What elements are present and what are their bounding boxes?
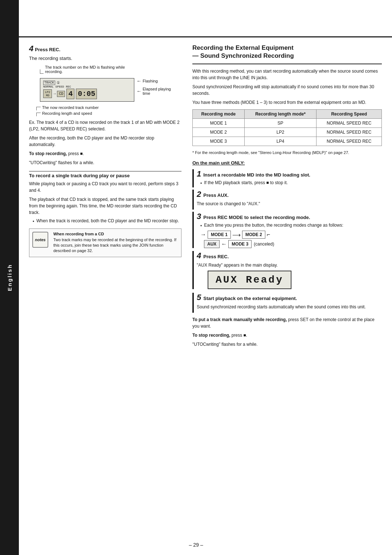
lcd-track-display: 4 <box>66 89 74 99</box>
step4-title: Press REC. <box>35 47 60 52</box>
on-main-unit: On the main unit ONLY: <box>192 159 382 167</box>
to-stop-right-bold: To stop recording, <box>192 333 230 338</box>
single-track-title: To record a single track during play or … <box>29 173 130 178</box>
annotation-rec-length: Recording length and speed <box>42 111 92 116</box>
step2-bar <box>192 190 194 210</box>
step4-number: 4 <box>29 44 33 53</box>
table-col2: Recording length mode* <box>244 110 317 119</box>
mode3-box: MODE 3 <box>228 240 252 248</box>
annotation-track-num: The now recorded track number <box>42 105 99 110</box>
aux-box: AUX <box>204 240 220 248</box>
table-row: MODE 3 LP4 NORMAL SPEED REC <box>193 137 382 146</box>
lcd-display: TRACK ① NORMAL SPEED REC LP2 MD → CD 4 <box>40 78 134 102</box>
intro-p3: You have three methods (MODE 1 – 3) to r… <box>192 99 382 106</box>
annotation-flashing-top: The track number on the MD is flashing w… <box>45 65 125 74</box>
step3-bold: Press REC MODE to select the recording m… <box>203 215 310 220</box>
lcd-md: MD <box>46 94 49 97</box>
utocwriting-text: "UTOCwriting" flashes for a while. <box>29 159 181 166</box>
table-cell-mode3: MODE 3 <box>193 137 245 146</box>
notes-box: notes When recording from a CD Two track… <box>29 228 181 257</box>
step5-block: 5 Start playback on the external equipme… <box>192 293 382 313</box>
annotation-elapsed: ← Elapsed playing time <box>136 87 171 96</box>
step4-right-bold: Press REC. <box>203 254 229 259</box>
main-content: 4 Press REC. The recording starts. The t… <box>19 37 392 555</box>
to-stop-right-text: To stop recording, press ■. <box>192 332 382 339</box>
to-stop-text: To stop recording, press ■. <box>29 150 181 157</box>
table-cell-mode2: MODE 2 <box>193 128 245 137</box>
single-track-bullet-item: • When the track is recorded, both the C… <box>29 218 181 224</box>
table-footnote: * For the recording length mode, see "St… <box>192 150 382 156</box>
to-put-bold: To put a track mark manually while recor… <box>192 317 287 322</box>
step1-number: 1 <box>197 169 201 179</box>
step3-block: 3 Press REC MODE to select the recording… <box>192 212 382 248</box>
table-row: MODE 1 SP NORMAL SPEED REC <box>193 119 382 128</box>
mode-diagram: → MODE 1 ⟶ MODE 2 ⌐ AUX ← MODE 3 (cancel… <box>200 231 343 248</box>
page-number: – 29 – <box>189 542 203 548</box>
single-track-p1: While playing back or pausing a CD track… <box>29 181 181 194</box>
intro-p1: With this recording method, you can star… <box>192 68 382 81</box>
lcd-track-label: TRACK <box>43 81 55 85</box>
table-cell-speed3: NORMAL SPEED REC <box>317 137 382 146</box>
step4-right-number: 4 <box>197 251 201 260</box>
table-col1: Recording mode <box>193 110 245 119</box>
step2-block: 2 Press AUX. The source is changed to "A… <box>192 190 382 210</box>
right-column: Recording the External Equipment — Sound… <box>192 44 382 540</box>
annotation-flashing: ← Flashing <box>136 78 171 84</box>
table-cell-speed1: NORMAL SPEED REC <box>317 119 382 128</box>
step4-desc: The recording starts. <box>29 55 181 62</box>
step1-bar <box>192 169 194 187</box>
sidebar: English <box>0 0 19 555</box>
step5-desc: Sound synchronized recording starts auto… <box>197 304 366 310</box>
left-column: 4 Press REC. The recording starts. The t… <box>29 44 181 540</box>
step2-desc: The source is changed to "AUX." <box>197 200 260 207</box>
step1-block: 1 Insert a recordable MD into the MD loa… <box>192 169 382 187</box>
table-cell-length2: LP2 <box>244 128 317 137</box>
intro-p2: Sound synchronized Recording will stop a… <box>192 84 382 97</box>
table-col3: Recording Speed <box>317 110 382 119</box>
notes-content: When recording from a CD Two track marks… <box>53 232 178 254</box>
step4-right-block: 4 Press REC. "AUX Ready" appears in the … <box>192 251 382 289</box>
after-text: After the recording, both the CD player … <box>29 135 181 148</box>
section-title: Recording the External Equipment — Sound… <box>192 44 382 60</box>
single-track-p2: The playback of that CD track is stopped… <box>29 196 181 216</box>
step1-bold: Insert a recordable MD into the MD loadi… <box>203 172 310 178</box>
step4-right-desc: "AUX Ready" appears in the main display. <box>197 262 382 268</box>
lcd-track-num: ① <box>57 81 60 85</box>
bullet-dot: • <box>33 219 34 224</box>
table-row: MODE 2 LP2 NORMAL SPEED REC <box>193 128 382 137</box>
step2-number: 2 <box>197 190 201 199</box>
lcd-normal-speed: NORMAL SPEED REC <box>43 85 71 88</box>
step3-bullet: • Each time you press the button, the re… <box>197 223 343 228</box>
sidebar-label: English <box>7 264 13 291</box>
step5-bold: Start playback on the external equipment… <box>203 296 297 301</box>
table-cell-mode1: MODE 1 <box>193 119 245 128</box>
table-cell-length1: SP <box>244 119 317 128</box>
step4-bar <box>192 251 194 289</box>
section-title-block: Recording the External Equipment — Sound… <box>192 44 382 64</box>
step2-bold: Press AUX. <box>203 193 229 198</box>
notes-title: When recording from a CD <box>53 232 178 236</box>
canceled-label: (canceled) <box>254 242 274 247</box>
aux-display: AUX Ready <box>216 274 283 285</box>
step5-bar <box>192 293 194 313</box>
to-stop-utoc: "UTOCwriting" flashes for a while. <box>192 341 382 348</box>
recording-table: Recording mode Recording length mode* Re… <box>192 109 382 146</box>
ex-text: Ex. The track 4 of a CD is now recorded … <box>29 119 181 132</box>
mode2-box: MODE 2 <box>242 231 265 239</box>
aux-display-box: AUX Ready <box>208 271 291 289</box>
step3-number: 3 <box>197 212 201 221</box>
lcd-time-display: 0:05 <box>76 89 97 99</box>
table-cell-length3: LP4 <box>244 137 317 146</box>
lcd-lp2: LP2 <box>45 90 50 94</box>
lcd-cd: CD <box>59 92 63 96</box>
notes-text: Two track marks may be recorded at the b… <box>53 237 178 254</box>
step5-number: 5 <box>197 293 201 302</box>
step3-bar <box>192 212 194 248</box>
table-cell-speed2: NORMAL SPEED REC <box>317 128 382 137</box>
to-stop-bold: To stop recording, <box>29 151 67 156</box>
mode1-box: MODE 1 <box>208 231 231 239</box>
step1-bullet: • If the MD playback starts, press ■ to … <box>197 180 310 186</box>
to-put-text: To put a track mark manually while recor… <box>192 316 382 329</box>
